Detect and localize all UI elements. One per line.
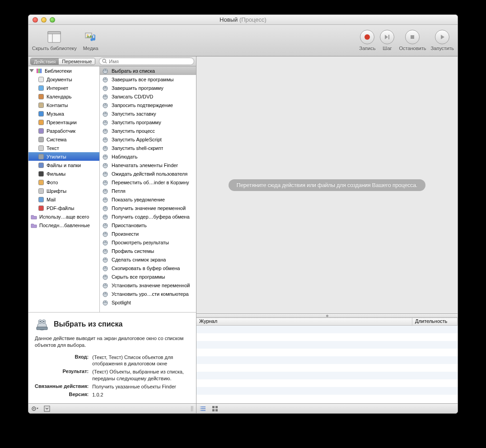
media-button[interactable]: Медиа	[83, 30, 98, 51]
workflow-canvas[interactable]: Перетяните сюда действия или файлы для с…	[196, 56, 458, 314]
log-body[interactable]	[196, 326, 458, 403]
log-row	[196, 356, 458, 364]
action-item[interactable]: Установить уро…сти компьютера	[100, 289, 196, 298]
library-item[interactable]: Музыка	[28, 109, 99, 118]
action-item[interactable]: Запустить AppleScript	[100, 135, 196, 144]
svg-rect-14	[39, 85, 44, 90]
category-icon	[37, 84, 45, 92]
splitter[interactable]	[196, 314, 458, 318]
action-item[interactable]: Spotlight	[100, 298, 196, 307]
search-field[interactable]	[99, 57, 194, 65]
library-item[interactable]: Разработчик	[28, 126, 99, 135]
action-item[interactable]: Получить содер…буфера обмена	[100, 212, 196, 221]
library-item[interactable]: Утилиты	[28, 152, 99, 161]
action-item[interactable]: Ожидать действий пользователя	[100, 169, 196, 178]
action-item[interactable]: Наблюдать	[100, 152, 196, 161]
action-item[interactable]: Напечатать элементы Finder	[100, 161, 196, 169]
action-item[interactable]: Запустить процесс	[100, 126, 196, 135]
library-item[interactable]: Документы	[28, 75, 99, 84]
stop-button[interactable]: Остановить	[399, 30, 426, 51]
tab-variables[interactable]: Переменные	[59, 58, 95, 65]
workflow-panel: Перетяните сюда действия или файлы для с…	[196, 56, 458, 413]
info-result-label: Результат:	[35, 368, 92, 383]
library-item[interactable]: PDF-файлы	[28, 204, 99, 212]
automator-icon	[35, 317, 49, 331]
action-item[interactable]: Сделать снимок экрана	[100, 255, 196, 264]
segmented-control: Действия Переменные	[30, 58, 95, 65]
action-item[interactable]: Запустить программу	[100, 118, 196, 126]
svg-rect-17	[39, 111, 44, 116]
action-icon	[102, 299, 109, 306]
action-icon	[102, 290, 109, 298]
resize-grip[interactable]	[191, 406, 193, 411]
svg-point-76	[105, 198, 107, 200]
library-item[interactable]: Шрифты	[28, 187, 99, 195]
library-smart-folder[interactable]: Последн…бавленные	[28, 221, 99, 229]
info-title: Выбрать из списка	[54, 320, 122, 328]
library-item[interactable]: Презентации	[28, 118, 99, 126]
library-item[interactable]: Календарь	[28, 92, 99, 101]
library-item[interactable]: Система	[28, 135, 99, 144]
action-item[interactable]: Переместить об…inder в Корзину	[100, 178, 196, 187]
list-view-button[interactable]	[199, 405, 207, 412]
library-item[interactable]: Текст	[28, 144, 99, 152]
action-item[interactable]: Скрыть все программы	[100, 272, 196, 281]
run-button[interactable]: Запустить	[430, 30, 454, 51]
search-input[interactable]	[109, 59, 191, 64]
action-item[interactable]: Запустить shell-скрипт	[100, 144, 196, 152]
svg-point-93	[103, 249, 105, 251]
library-item[interactable]: Контакты	[28, 101, 99, 109]
category-icon	[37, 205, 45, 212]
library-item[interactable]: Интернет	[28, 84, 99, 92]
action-icon	[102, 153, 109, 160]
library-smart-folder[interactable]: Использу…аще всего	[28, 212, 99, 221]
action-item[interactable]: Завершить программу	[100, 84, 196, 92]
svg-point-67	[105, 172, 107, 174]
svg-point-111	[103, 301, 105, 303]
category-icon	[37, 136, 45, 143]
library-item[interactable]: Файлы и папки	[28, 161, 99, 169]
action-item[interactable]: Выбрать из списка	[100, 66, 196, 75]
action-item[interactable]: Скопировать в буфер обмена	[100, 264, 196, 272]
action-item[interactable]: Запустить заставку	[100, 109, 196, 118]
svg-point-96	[103, 258, 105, 260]
action-item[interactable]: Просмотреть результаты	[100, 238, 196, 247]
library-tabbar: Действия Переменные	[28, 56, 196, 66]
action-item[interactable]: Установить значение переменной	[100, 281, 196, 289]
step-button[interactable]: Шаг	[380, 30, 394, 51]
library-item[interactable]: Mail	[28, 195, 99, 204]
action-item[interactable]: Произнести	[100, 229, 196, 238]
action-item[interactable]: Запросить подтверждение	[100, 101, 196, 109]
svg-point-72	[103, 189, 105, 191]
titlebar: Новый (Процесс)	[28, 15, 458, 25]
action-item[interactable]: Приостановить	[100, 221, 196, 229]
action-item[interactable]: Получить значение переменной	[100, 204, 196, 212]
action-item[interactable]: Показать уведомление	[100, 195, 196, 204]
action-item[interactable]: Петля	[100, 187, 196, 195]
action-icon	[102, 196, 109, 203]
canvas-placeholder: Перетяните сюда действия или файлы для с…	[229, 179, 425, 191]
info-description: Данное действие выводит на экран диалого…	[35, 335, 190, 349]
library-root[interactable]: Библиотеки	[28, 66, 99, 75]
record-button[interactable]: Запись	[359, 30, 375, 51]
action-icon	[102, 145, 109, 152]
action-item[interactable]: Завершить все программы	[100, 75, 196, 84]
svg-point-63	[103, 163, 105, 165]
action-item[interactable]: Профиль системы	[100, 247, 196, 255]
library-item[interactable]: Фото	[28, 178, 99, 187]
hide-library-button[interactable]: Скрыть библиотеку	[32, 30, 77, 51]
action-item[interactable]: Записать CD/DVD	[100, 92, 196, 101]
grid-view-button[interactable]	[211, 405, 219, 412]
library-list[interactable]: БиблиотекиДокументыИнтернетКалендарьКонт…	[28, 66, 100, 312]
library-item[interactable]: Фильмы	[28, 169, 99, 178]
collapse-button[interactable]	[43, 405, 51, 412]
gear-menu-button[interactable]	[31, 405, 39, 412]
svg-rect-129	[215, 406, 218, 408]
log-col-journal[interactable]: Журнал	[196, 318, 412, 325]
category-icon	[37, 127, 45, 135]
log-col-duration[interactable]: Длительность	[412, 318, 458, 325]
svg-rect-27	[39, 197, 44, 202]
library-icon	[36, 67, 43, 75]
actions-list[interactable]: Выбрать из списка Завершить все программ…	[100, 66, 196, 312]
tab-actions[interactable]: Действия	[31, 58, 59, 65]
